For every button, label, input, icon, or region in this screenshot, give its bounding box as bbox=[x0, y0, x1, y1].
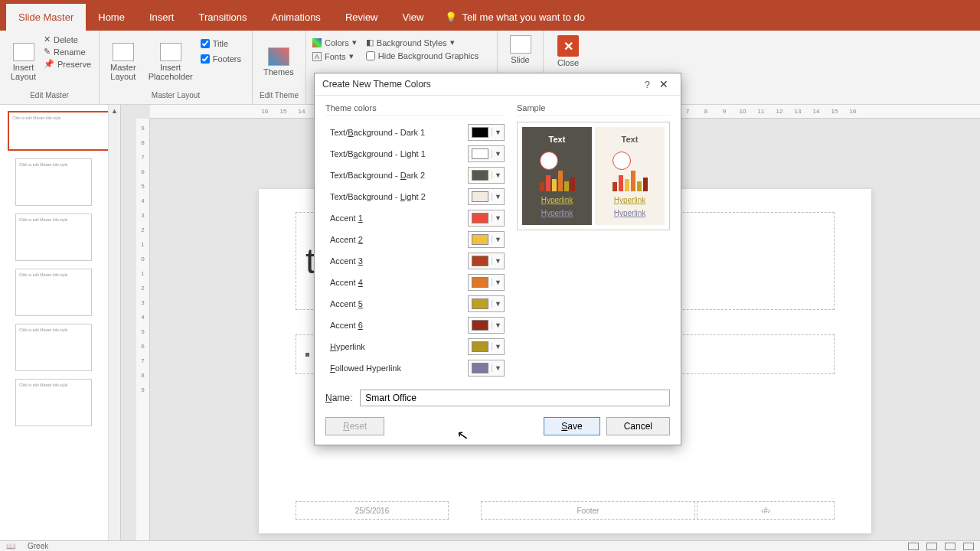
reading-view-icon[interactable] bbox=[945, 543, 956, 550]
color-swatch-icon bbox=[472, 256, 488, 266]
layout-thumbnail[interactable]: Click to edit Master title style bbox=[15, 379, 92, 426]
slideshow-view-icon[interactable] bbox=[963, 543, 974, 550]
color-swatch-icon bbox=[472, 213, 488, 223]
tab-animations[interactable]: Animations bbox=[260, 4, 333, 31]
dialog-footer: Reset Save Cancel bbox=[315, 412, 681, 445]
reset-button[interactable]: Reset bbox=[325, 417, 384, 435]
color-dropdown[interactable]: ▼ bbox=[468, 188, 505, 205]
tab-insert[interactable]: Insert bbox=[137, 4, 187, 31]
chevron-down-icon: ▼ bbox=[492, 171, 504, 179]
themes-button[interactable]: Themes bbox=[259, 34, 299, 90]
color-dropdown[interactable]: ▼ bbox=[468, 274, 505, 291]
normal-view-icon[interactable] bbox=[908, 543, 919, 550]
colors-icon bbox=[312, 38, 322, 47]
footer-placeholder[interactable]: Footer bbox=[481, 501, 695, 520]
close-button[interactable]: ✕ bbox=[655, 78, 673, 90]
name-input[interactable] bbox=[360, 390, 670, 406]
close-master-button[interactable]: ✕ Close bbox=[550, 34, 586, 69]
color-swatch-icon bbox=[472, 320, 488, 331]
color-dropdown[interactable]: ▼ bbox=[468, 210, 505, 227]
color-row: Text/Background - Dark 1▼ bbox=[325, 122, 505, 143]
tab-review[interactable]: Review bbox=[333, 4, 390, 31]
color-row: Text/Background - Dark 2▼ bbox=[325, 165, 505, 186]
insert-layout-button[interactable]: Insert Layout bbox=[6, 34, 41, 90]
color-swatch-icon bbox=[472, 170, 488, 181]
tab-slide-master[interactable]: Slide Master bbox=[6, 4, 86, 31]
layout-thumbnail[interactable]: Click to edit Master title style bbox=[15, 324, 92, 371]
color-dropdown[interactable]: ▼ bbox=[468, 124, 505, 141]
color-dropdown[interactable]: ▼ bbox=[468, 338, 505, 355]
rename-button[interactable]: ✎Rename bbox=[44, 46, 91, 57]
color-dropdown[interactable]: ▼ bbox=[468, 145, 505, 162]
thumbnail-panel: Click to edit Master title style Click t… bbox=[0, 105, 121, 540]
sample-followed: Hyperlink bbox=[614, 209, 646, 217]
color-row: Accent 6▼ bbox=[325, 315, 505, 336]
insert-placeholder-button[interactable]: Insert Placeholder bbox=[144, 34, 198, 90]
date-placeholder[interactable]: 25/5/2016 bbox=[296, 501, 449, 520]
language-indicator[interactable]: Greek bbox=[28, 542, 48, 550]
group-label-master-layout: Master Layout bbox=[106, 90, 246, 101]
sample-hyperlink: Hyperlink bbox=[614, 196, 646, 204]
delete-icon: ✕ bbox=[44, 34, 51, 44]
color-dropdown[interactable]: ▼ bbox=[468, 231, 505, 248]
chevron-down-icon: ▼ bbox=[492, 321, 504, 329]
tell-me[interactable]: 💡 Tell me what you want to do bbox=[436, 4, 593, 31]
help-button[interactable]: ? bbox=[640, 79, 655, 90]
sample-dark-panel: Text Hyperlink Hyperlink bbox=[522, 127, 592, 225]
color-dropdown[interactable]: ▼ bbox=[468, 167, 505, 184]
thumbnail-scrollbar[interactable]: ▲ bbox=[108, 105, 120, 540]
scroll-up-icon[interactable]: ▲ bbox=[109, 105, 120, 117]
save-button[interactable]: Save bbox=[544, 417, 599, 435]
tab-transitions[interactable]: Transitions bbox=[186, 4, 259, 31]
slide-size-button[interactable]: Slide bbox=[504, 34, 537, 66]
theme-colors-heading: Theme colors bbox=[325, 103, 505, 116]
sample-shape-icon bbox=[546, 148, 569, 164]
fonts-dropdown[interactable]: AFonts▾ bbox=[312, 51, 357, 62]
color-row: Accent 1▼ bbox=[325, 207, 505, 229]
bg-styles-dropdown[interactable]: ◧Background Styles▾ bbox=[366, 37, 479, 48]
color-dropdown[interactable]: ▼ bbox=[468, 295, 505, 312]
cancel-button[interactable]: Cancel bbox=[606, 417, 670, 435]
color-dropdown[interactable]: ▼ bbox=[468, 360, 505, 377]
master-layout-button[interactable]: Master Layout bbox=[106, 34, 141, 90]
ribbon-tabs: Slide Master Home Insert Transitions Ani… bbox=[0, 0, 980, 31]
tab-view[interactable]: View bbox=[390, 4, 436, 31]
color-swatch-icon bbox=[472, 234, 488, 245]
layout-thumbnail[interactable]: Click to edit Master title style bbox=[15, 158, 92, 206]
spellcheck-icon[interactable]: 📖 bbox=[6, 542, 15, 550]
colors-dropdown[interactable]: Colors▾ bbox=[312, 37, 357, 48]
color-dropdown[interactable]: ▼ bbox=[468, 253, 505, 269]
sample-chart-icon bbox=[540, 168, 575, 191]
footers-checkbox[interactable]: Footers bbox=[201, 54, 241, 64]
sample-followed: Hyperlink bbox=[541, 209, 573, 217]
layout-thumbnail[interactable]: Click to edit Master title style bbox=[15, 214, 92, 261]
color-label: Hyperlink bbox=[325, 342, 468, 351]
sample-shape-icon bbox=[619, 148, 642, 164]
hide-bg-checkbox[interactable]: Hide Background Graphics bbox=[366, 51, 479, 61]
chevron-down-icon: ▼ bbox=[492, 279, 504, 286]
color-row: Followed Hyperlink▼ bbox=[325, 357, 505, 379]
slide-size-icon bbox=[510, 35, 531, 54]
sample-chart-icon bbox=[612, 168, 648, 191]
color-dropdown[interactable]: ▼ bbox=[468, 317, 505, 334]
bullet-icon bbox=[305, 353, 309, 357]
chevron-down-icon: ▼ bbox=[492, 343, 504, 350]
bg-styles-icon: ◧ bbox=[366, 37, 374, 47]
title-checkbox[interactable]: Title bbox=[201, 38, 241, 49]
color-row: Accent 5▼ bbox=[325, 293, 505, 315]
chevron-down-icon: ▼ bbox=[492, 300, 504, 308]
color-label: Accent 4 bbox=[325, 278, 468, 287]
slide-number-placeholder[interactable]: ‹#› bbox=[697, 501, 835, 520]
tab-home[interactable]: Home bbox=[86, 4, 137, 31]
layout-thumbnail[interactable]: Click to edit Master title style bbox=[15, 269, 92, 316]
color-label: Accent 5 bbox=[325, 299, 468, 308]
color-swatch-icon bbox=[472, 148, 488, 159]
dialog-title: Create New Theme Colors bbox=[322, 79, 640, 90]
delete-button[interactable]: ✕Delete bbox=[44, 34, 91, 45]
master-thumbnail[interactable]: Click to edit Master title style bbox=[8, 111, 113, 151]
color-swatch-icon bbox=[472, 341, 488, 352]
sorter-view-icon[interactable] bbox=[926, 543, 937, 550]
preserve-button[interactable]: 📌Preserve bbox=[44, 58, 91, 70]
chevron-down-icon: ▼ bbox=[492, 150, 504, 158]
sample-heading: Sample bbox=[517, 103, 670, 116]
